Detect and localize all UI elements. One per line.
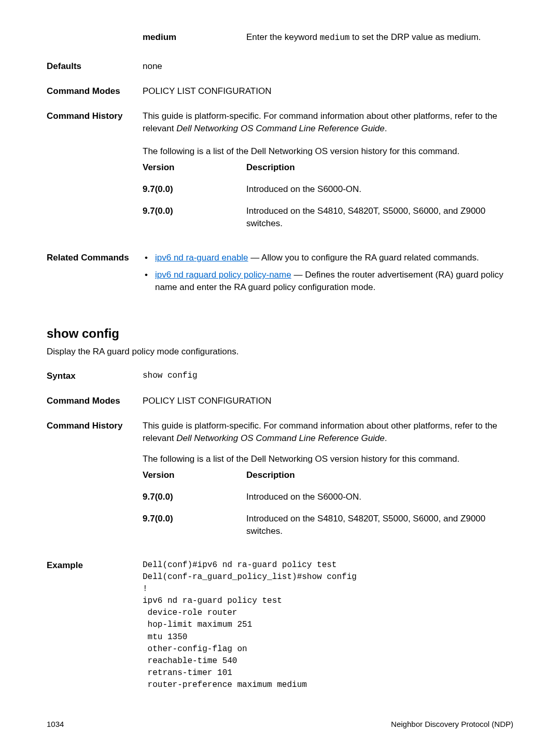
command-history-row: Command History This guide is platform-s… [47,110,513,239]
show-config-heading: show config [47,325,513,342]
sc-command-history-label: Command History [47,420,143,547]
section-name: Neighbor Discovery Protocol (NDP) [391,719,513,729]
defaults-row: Defaults none [47,60,513,73]
param-name-medium: medium [143,31,246,44]
related-link-ra-guard-enable[interactable]: ipv6 nd ra-guard enable [155,253,248,263]
command-modes-row: Command Modes POLICY LIST CONFIGURATION [47,85,513,98]
sc-command-modes-label: Command Modes [47,395,143,407]
list-item: ipv6 nd ra-guard enable — Allow you to c… [145,252,513,264]
sc-command-modes-value: POLICY LIST CONFIGURATION [143,395,513,407]
table-row: 9.7(0.0) Introduced on the S4810, S4820T… [143,205,513,230]
page-number: 1034 [47,719,64,729]
example-row: Example Dell(conf)#ipv6 nd ra-guard poli… [47,559,513,692]
related-commands-row: Related Commands ipv6 nd ra-guard enable… [47,252,513,299]
page-footer: 1034 Neighbor Discovery Protocol (NDP) [47,719,513,729]
defaults-label: Defaults [47,60,143,73]
list-item: ipv6 nd raguard policy policy-name — Def… [145,269,513,294]
show-config-subtitle: Display the RA guard policy mode configu… [47,346,513,358]
syntax-row: Syntax show config [47,370,513,382]
version-header: Version [143,161,246,174]
sc-version-header: Version [143,469,246,481]
example-label: Example [47,559,143,692]
syntax-value: show config [143,370,513,382]
table-row: 9.7(0.0) Introduced on the S6000-ON. [143,491,513,503]
sc-version-table: Version Description 9.7(0.0) Introduced … [143,469,513,537]
command-modes-label: Command Modes [47,85,143,98]
command-modes-value: POLICY LIST CONFIGURATION [143,85,513,98]
syntax-label: Syntax [47,370,143,382]
related-link-raguard-policy[interactable]: ipv6 nd raguard policy policy-name [155,270,291,280]
sc-history-para-2: The following is a list of the Dell Netw… [143,453,513,465]
defaults-value: none [143,60,513,73]
history-para-1: This guide is platform-specific. For com… [143,110,513,135]
sc-command-modes-row: Command Modes POLICY LIST CONFIGURATION [47,395,513,407]
sc-history-para-1: This guide is platform-specific. For com… [143,420,513,445]
param-row-medium: medium Enter the keyword medium to set t… [47,31,513,48]
sc-description-header: Description [246,469,513,481]
description-header: Description [246,161,513,174]
table-row: 9.7(0.0) Introduced on the S6000-ON. [143,183,513,196]
related-commands-label: Related Commands [47,252,143,299]
version-table: Version Description 9.7(0.0) Introduced … [143,161,513,229]
command-history-label: Command History [47,110,143,239]
related-list: ipv6 nd ra-guard enable — Allow you to c… [143,252,513,294]
example-code: Dell(conf)#ipv6 nd ra-guard policy test … [143,559,513,692]
sc-command-history-row: Command History This guide is platform-s… [47,420,513,547]
table-row: 9.7(0.0) Introduced on the S4810, S4820T… [143,513,513,538]
history-para-2: The following is a list of the Dell Netw… [143,145,513,158]
param-desc-medium: Enter the keyword medium to set the DRP … [246,31,513,44]
